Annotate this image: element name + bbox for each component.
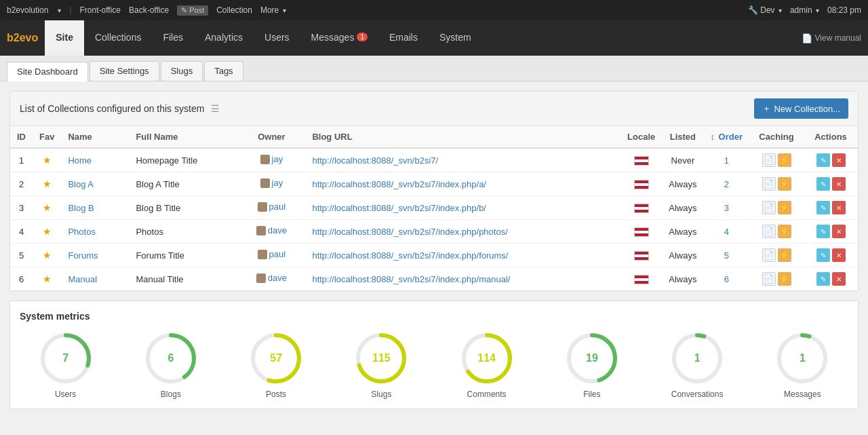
delete-icon[interactable]: ✕ [832, 153, 846, 167]
fav-star-icon[interactable]: ★ [43, 250, 52, 261]
delete-icon[interactable]: ✕ [832, 248, 846, 262]
fav-star-icon[interactable]: ★ [43, 202, 52, 213]
edit-icon[interactable]: ✎ [816, 177, 830, 191]
metric-item: 57 Posts [249, 331, 303, 399]
topbar-more[interactable]: More ▾ [260, 5, 286, 15]
collection-name-link[interactable]: Blog A [68, 179, 94, 189]
cell-url: http://localhost:8088/_svn/b2si7/ [305, 148, 620, 172]
owner-link[interactable]: paul [269, 249, 286, 259]
blog-url-link[interactable]: http://localhost:8088/_svn/b2si7/index.p… [312, 274, 510, 284]
fav-star-icon[interactable]: ★ [43, 178, 52, 189]
blog-url-link[interactable]: http://localhost:8088/_svn/b2si7/index.p… [312, 250, 508, 261]
topbar-front-office[interactable]: Front-office [80, 5, 121, 15]
topbar-admin[interactable]: admin ▾ [790, 5, 819, 15]
caching-bolt-icon[interactable]: ⚡ [778, 177, 791, 191]
blog-url-link[interactable]: http://localhost:8088/_svn/b2si7/index.p… [312, 227, 507, 237]
nav-tab-analytics[interactable]: Analytics [194, 20, 254, 56]
col-header-fullname: Full Name [129, 126, 237, 148]
subtab-tags[interactable]: Tags [204, 61, 243, 81]
edit-icon[interactable]: ✎ [816, 153, 830, 167]
caching-doc-icon[interactable]: 📄 [762, 248, 776, 262]
cell-fav[interactable]: ★ [33, 244, 61, 267]
order-value-link[interactable]: 4 [724, 227, 729, 237]
edit-icon[interactable]: ✎ [816, 225, 830, 238]
delete-icon[interactable]: ✕ [832, 177, 846, 191]
caching-bolt-icon[interactable]: ⚡ [778, 201, 791, 214]
nav-tab-users[interactable]: Users [254, 20, 300, 56]
caching-doc-icon[interactable]: 📄 [762, 153, 776, 167]
delete-icon[interactable]: ✕ [832, 201, 846, 214]
collection-name-link[interactable]: Forums [68, 250, 98, 261]
view-manual-link[interactable]: View manual [815, 33, 861, 43]
owner-link[interactable]: dave [268, 225, 287, 235]
collection-name-link[interactable]: Manual [68, 274, 97, 284]
caching-doc-icon[interactable]: 📄 [762, 177, 776, 191]
cell-fav[interactable]: ★ [33, 220, 61, 244]
order-value-link[interactable]: 2 [724, 179, 729, 189]
collection-name-link[interactable]: Home [68, 155, 92, 166]
cell-fav[interactable]: ★ [33, 267, 61, 291]
cell-url: http://localhost:8088/_svn/b2si7/index.p… [305, 196, 620, 220]
caching-bolt-icon[interactable]: ⚡ [778, 272, 791, 286]
owner-link[interactable]: jay [272, 154, 283, 164]
edit-icon[interactable]: ✎ [816, 248, 830, 262]
nav-tab-site[interactable]: Site [45, 20, 84, 56]
metric-label: Conversations [671, 390, 724, 399]
topbar-collection[interactable]: Collection [216, 5, 252, 15]
owner-link[interactable]: paul [269, 202, 286, 212]
cell-caching: 📄 ⚡ [749, 196, 804, 220]
cell-order: 4 [703, 220, 749, 244]
collection-name-link[interactable]: Photos [68, 227, 95, 237]
caching-bolt-icon[interactable]: ⚡ [778, 248, 791, 262]
blog-url-link[interactable]: http://localhost:8088/_svn/b2si7/index.p… [312, 179, 486, 189]
order-value-link[interactable]: 6 [724, 274, 729, 284]
new-collection-button[interactable]: ＋ New Collection... [754, 98, 848, 119]
topbar-back-office[interactable]: Back-office [129, 5, 169, 15]
table-row: 5 ★ Forums Forums Title paul http://loca… [10, 244, 858, 267]
delete-icon[interactable]: ✕ [832, 225, 846, 238]
cell-fav[interactable]: ★ [33, 148, 61, 172]
owner-link[interactable]: dave [268, 273, 287, 283]
order-value-link[interactable]: 5 [724, 250, 729, 261]
metric-item: 115 Slugs [354, 331, 408, 399]
fav-star-icon[interactable]: ★ [43, 226, 52, 237]
caching-bolt-icon[interactable]: ⚡ [778, 225, 791, 238]
col-header-order[interactable]: ↕ Order [703, 126, 749, 148]
caching-doc-icon[interactable]: 📄 [762, 272, 776, 286]
caching-doc-icon[interactable]: 📄 [762, 201, 776, 214]
owner-link[interactable]: jay [272, 178, 283, 188]
nav-tab-emails[interactable]: Emails [378, 20, 429, 56]
edit-icon[interactable]: ✎ [816, 201, 830, 214]
caching-bolt-icon[interactable]: ⚡ [778, 153, 791, 167]
content-area: List of Collections configured on this s… [0, 81, 868, 419]
table-row: 3 ★ Blog B Blog B Title paul http://loca… [10, 196, 858, 220]
cell-listed: Never [662, 148, 703, 172]
order-value-link[interactable]: 3 [724, 203, 729, 213]
subtab-settings[interactable]: Site Settings [90, 61, 159, 81]
blog-url-link[interactable]: http://localhost:8088/_svn/b2si7/ [312, 155, 438, 166]
nav-tab-files[interactable]: Files [152, 20, 194, 56]
subtab-dashboard[interactable]: Site Dashboard [7, 62, 88, 81]
edit-icon[interactable]: ✎ [816, 272, 830, 286]
caching-doc-icon[interactable]: 📄 [762, 225, 776, 238]
messages-badge: 1 [357, 33, 368, 41]
order-value-link[interactable]: 1 [724, 155, 729, 166]
collection-name-link[interactable]: Blog B [68, 203, 94, 213]
cell-fav[interactable]: ★ [33, 172, 61, 196]
subtab-slugs[interactable]: Slugs [161, 61, 203, 81]
fav-star-icon[interactable]: ★ [43, 155, 52, 166]
fav-star-icon[interactable]: ★ [43, 273, 52, 284]
delete-icon[interactable]: ✕ [832, 272, 846, 286]
cell-order: 1 [703, 148, 749, 172]
cell-fav[interactable]: ★ [33, 196, 61, 220]
topbar-post[interactable]: ✎ Post [177, 5, 208, 16]
cell-id: 2 [10, 172, 33, 196]
topbar-brand[interactable]: b2evolution [7, 5, 48, 15]
locale-flag-icon [634, 204, 649, 213]
nav-tab-collections[interactable]: Collections [84, 20, 152, 56]
nav-tab-messages[interactable]: Messages 1 [300, 20, 378, 56]
nav-tab-system[interactable]: System [429, 20, 482, 56]
blog-url-link[interactable]: http://localhost:8088/_svn/b2si7/index.p… [312, 203, 486, 213]
topbar-dev[interactable]: 🔧 Dev ▾ [748, 5, 782, 15]
cell-id: 1 [10, 148, 33, 172]
